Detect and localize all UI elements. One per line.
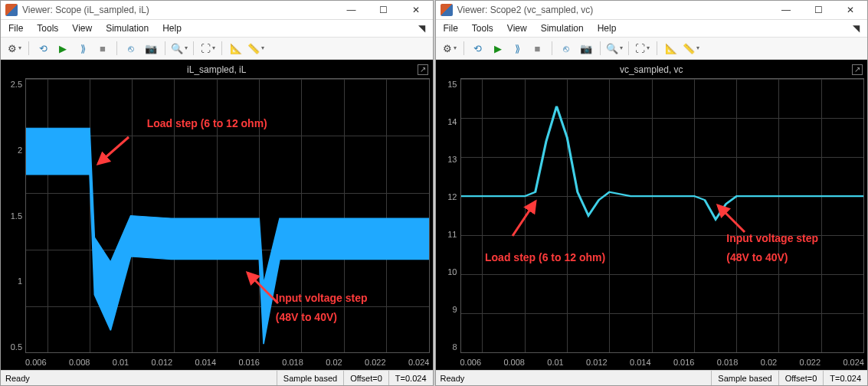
stop-icon[interactable]: ■ [529,40,547,57]
menu-corner-icon[interactable]: ◥ [853,23,860,34]
status-offset: Offset=0 [778,371,824,385]
snapshot-icon[interactable]: 📷 [142,40,160,57]
scope-window-2: Viewer: Scope2 (vc_sampled, vc) — ☐ ✕ Fi… [435,0,869,386]
zoom-icon[interactable]: 🔍▾ [170,40,188,57]
autoscale-icon[interactable]: ⛶▾ [198,40,217,57]
x-axis: 0.0060.0080.010.0120.0140.0160.0180.020.… [460,358,865,367]
status-ready: Ready [1,374,277,383]
window-title: Viewer: Scope2 (vc_sampled, vc) [457,5,778,15]
play-icon[interactable]: ▶ [489,40,507,57]
step-back-icon[interactable]: ⟲ [469,40,487,57]
plot-trace [461,79,864,352]
window-title: Viewer: Scope (iL_sampled, iL) [22,5,342,15]
menu-simulation[interactable]: Simulation [106,23,149,34]
annotation-input-step-2: (48V to 40V) [276,311,337,323]
chart-title: vc_sampled, vc [439,63,865,78]
statusbar: Ready Sample based Offset=0 T=0.024 [1,370,433,385]
annotation-load-step: Load step (6 to 12 ohm) [147,117,267,129]
y-axis: 15 14 13 12 11 10 9 8 [439,78,460,367]
annotation-input-step-2: (48V to 40V) [726,251,788,263]
annotation-input-step-1: Input voltage step [726,232,818,244]
menu-simulation[interactable]: Simulation [541,23,584,34]
menu-tools[interactable]: Tools [37,23,58,34]
y-axis: 2.5 2 1.5 1 0.5 [4,78,25,367]
titlebar[interactable]: Viewer: Scope (iL_sampled, iL) — ☐ ✕ [1,1,433,20]
toolbar: ⚙▾ ⟲ ▶ ⟫ ■ ⎋ 📷 🔍▾ ⛶▾ 📐 📏▾ [1,38,433,60]
plot-canvas[interactable]: Load step (6 to 12 ohm) Input voltage st… [460,78,865,353]
app-icon [441,4,453,16]
expand-icon[interactable]: ↗ [852,64,863,75]
minimize-button[interactable]: — [777,5,795,15]
scope-area: vc_sampled, vc ↗ 15 14 13 12 11 10 9 8 L… [436,60,868,370]
minimize-button[interactable]: — [342,5,361,15]
cursor-icon[interactable]: 📐 [662,40,680,57]
chart-title: iL_sampled, iL [4,63,430,78]
autoscale-icon[interactable]: ⛶▾ [634,40,652,57]
trigger-icon[interactable]: ⎋ [557,40,575,57]
menu-help[interactable]: Help [162,23,182,34]
x-axis: 0.0060.0080.010.0120.0140.0160.0180.020.… [25,358,430,367]
play-icon[interactable]: ▶ [54,40,72,57]
settings-icon[interactable]: ⚙▾ [441,40,459,57]
measure-icon[interactable]: 📏▾ [682,40,700,57]
app-icon [5,4,18,16]
annotation-load-step: Load step (6 to 12 ohm) [485,251,605,263]
menu-view[interactable]: View [507,23,527,34]
titlebar[interactable]: Viewer: Scope2 (vc_sampled, vc) — ☐ ✕ [436,1,868,20]
snapshot-icon[interactable]: 📷 [577,40,595,57]
menubar: File Tools View Simulation Help ◥ [1,20,433,38]
plot-canvas[interactable]: Load step (6 to 12 ohm) Input voltage st… [25,78,430,353]
status-ready: Ready [436,374,712,383]
step-forward-icon[interactable]: ⟫ [74,40,92,57]
status-offset: Offset=0 [343,371,388,385]
menu-tools[interactable]: Tools [472,23,493,34]
trigger-icon[interactable]: ⎋ [122,40,140,57]
cursor-icon[interactable]: 📐 [227,40,245,57]
toolbar: ⚙▾ ⟲ ▶ ⟫ ■ ⎋ 📷 🔍▾ ⛶▾ 📐 📏▾ [436,38,868,60]
menu-file[interactable]: File [444,23,458,34]
status-time: T=0.024 [823,371,867,385]
menubar: File Tools View Simulation Help ◥ [436,20,868,38]
measure-icon[interactable]: 📏▾ [247,40,265,57]
step-forward-icon[interactable]: ⟫ [509,40,527,57]
menu-help[interactable]: Help [598,23,617,34]
annotation-input-step-1: Input voltage step [276,292,368,304]
scope-area: iL_sampled, iL ↗ 2.5 2 1.5 1 0.5 Load st… [1,60,433,370]
menu-file[interactable]: File [8,23,23,34]
close-button[interactable]: ✕ [407,5,425,15]
scope-window-1: Viewer: Scope (iL_sampled, iL) — ☐ ✕ Fil… [0,0,434,386]
step-back-icon[interactable]: ⟲ [34,40,52,57]
menu-corner-icon[interactable]: ◥ [418,23,425,34]
maximize-button[interactable]: ☐ [809,5,827,15]
status-mode: Sample based [277,371,343,385]
statusbar: Ready Sample based Offset=0 T=0.024 [436,370,868,385]
close-button[interactable]: ✕ [841,5,860,15]
stop-icon[interactable]: ■ [93,40,112,57]
expand-icon[interactable]: ↗ [418,64,428,75]
zoom-icon[interactable]: 🔍▾ [605,40,624,57]
maximize-button[interactable]: ☐ [375,5,393,15]
status-mode: Sample based [711,371,778,385]
menu-view[interactable]: View [72,23,92,34]
status-time: T=0.024 [388,371,433,385]
settings-icon[interactable]: ⚙▾ [5,40,24,57]
